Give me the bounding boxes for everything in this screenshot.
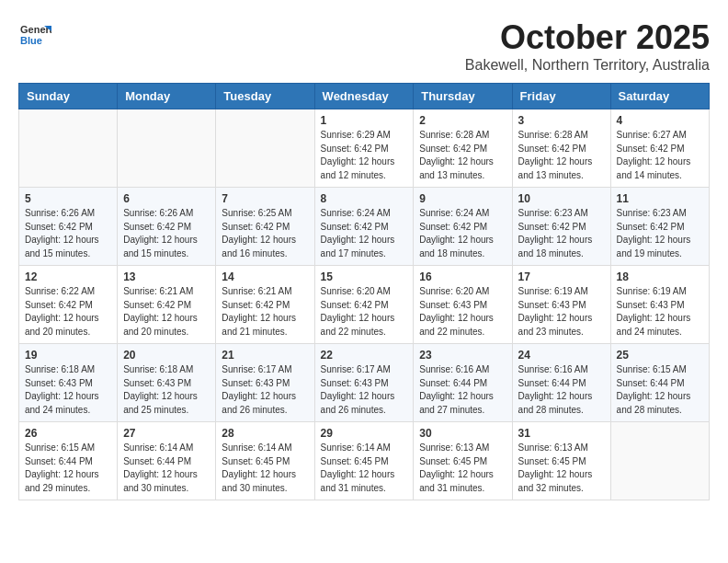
calendar-day-10: 10Sunrise: 6:23 AMSunset: 6:42 PMDayligh… — [512, 188, 610, 266]
day-info: Sunrise: 6:23 AMSunset: 6:42 PMDaylight:… — [518, 207, 605, 260]
day-info: Sunrise: 6:20 AMSunset: 6:43 PMDaylight:… — [419, 285, 506, 339]
calendar-day-8: 8Sunrise: 6:24 AMSunset: 6:42 PMDaylight… — [314, 188, 414, 266]
empty-day-cell — [118, 109, 216, 188]
calendar-day-9: 9Sunrise: 6:24 AMSunset: 6:42 PMDaylight… — [414, 188, 512, 266]
day-info: Sunrise: 6:25 AMSunset: 6:42 PMDaylight:… — [222, 207, 308, 260]
calendar-day-20: 20Sunrise: 6:18 AMSunset: 6:43 PMDayligh… — [118, 344, 216, 422]
weekday-header-saturday: Saturday — [610, 84, 709, 109]
day-number: 24 — [518, 349, 605, 362]
calendar-day-1: 1Sunrise: 6:29 AMSunset: 6:42 PMDaylight… — [314, 109, 414, 188]
location-title: Bakewell, Northern Territory, Australia — [465, 57, 710, 74]
day-info: Sunrise: 6:17 AMSunset: 6:43 PMDaylight:… — [321, 363, 408, 417]
day-info: Sunrise: 6:20 AMSunset: 6:42 PMDaylight:… — [321, 285, 408, 339]
weekday-header-row: SundayMondayTuesdayWednesdayThursdayFrid… — [19, 84, 710, 109]
day-info: Sunrise: 6:23 AMSunset: 6:42 PMDaylight:… — [617, 207, 703, 260]
day-info: Sunrise: 6:21 AMSunset: 6:42 PMDaylight:… — [123, 285, 210, 339]
day-info: Sunrise: 6:18 AMSunset: 6:43 PMDaylight:… — [25, 363, 111, 417]
day-number: 8 — [321, 192, 408, 205]
day-number: 30 — [419, 427, 506, 440]
calendar-day-22: 22Sunrise: 6:17 AMSunset: 6:43 PMDayligh… — [314, 344, 414, 422]
weekday-header-wednesday: Wednesday — [314, 84, 414, 109]
day-number: 21 — [222, 349, 308, 362]
calendar-day-4: 4Sunrise: 6:27 AMSunset: 6:42 PMDaylight… — [610, 109, 709, 188]
day-info: Sunrise: 6:14 AMSunset: 6:45 PMDaylight:… — [222, 442, 308, 495]
calendar-day-21: 21Sunrise: 6:17 AMSunset: 6:43 PMDayligh… — [216, 344, 314, 422]
day-info: Sunrise: 6:26 AMSunset: 6:42 PMDaylight:… — [123, 207, 210, 260]
svg-text:Blue: Blue — [20, 35, 42, 46]
month-title: October 2025 — [465, 18, 710, 57]
calendar-day-15: 15Sunrise: 6:20 AMSunset: 6:42 PMDayligh… — [314, 266, 414, 344]
calendar-day-2: 2Sunrise: 6:28 AMSunset: 6:42 PMDaylight… — [414, 109, 512, 188]
day-info: Sunrise: 6:14 AMSunset: 6:45 PMDaylight:… — [321, 442, 408, 495]
calendar-day-26: 26Sunrise: 6:15 AMSunset: 6:44 PMDayligh… — [19, 422, 118, 500]
day-info: Sunrise: 6:29 AMSunset: 6:42 PMDaylight:… — [321, 129, 408, 182]
day-info: Sunrise: 6:21 AMSunset: 6:42 PMDaylight:… — [222, 285, 308, 339]
day-info: Sunrise: 6:24 AMSunset: 6:42 PMDaylight:… — [419, 207, 506, 260]
calendar-table: SundayMondayTuesdayWednesdayThursdayFrid… — [18, 83, 710, 500]
day-number: 18 — [617, 270, 703, 283]
calendar-day-12: 12Sunrise: 6:22 AMSunset: 6:42 PMDayligh… — [19, 266, 118, 344]
calendar-day-27: 27Sunrise: 6:14 AMSunset: 6:44 PMDayligh… — [118, 422, 216, 500]
day-number: 22 — [321, 349, 408, 362]
day-info: Sunrise: 6:16 AMSunset: 6:44 PMDaylight:… — [518, 363, 605, 417]
day-number: 26 — [25, 427, 111, 440]
calendar-week-row: 1Sunrise: 6:29 AMSunset: 6:42 PMDaylight… — [19, 109, 710, 188]
weekday-header-friday: Friday — [512, 84, 610, 109]
day-number: 3 — [518, 114, 605, 127]
calendar-day-29: 29Sunrise: 6:14 AMSunset: 6:45 PMDayligh… — [314, 422, 414, 500]
calendar-day-23: 23Sunrise: 6:16 AMSunset: 6:44 PMDayligh… — [414, 344, 512, 422]
day-number: 9 — [419, 192, 506, 205]
weekday-header-monday: Monday — [118, 84, 216, 109]
calendar-week-row: 5Sunrise: 6:26 AMSunset: 6:42 PMDaylight… — [19, 188, 710, 266]
day-number: 2 — [419, 114, 506, 127]
day-number: 17 — [518, 270, 605, 283]
weekday-header-thursday: Thursday — [414, 84, 512, 109]
calendar-day-6: 6Sunrise: 6:26 AMSunset: 6:42 PMDaylight… — [118, 188, 216, 266]
day-number: 20 — [123, 349, 210, 362]
day-number: 31 — [518, 427, 605, 440]
logo-icon: General Blue — [18, 18, 51, 52]
day-info: Sunrise: 6:17 AMSunset: 6:43 PMDaylight:… — [222, 363, 308, 417]
day-number: 15 — [321, 270, 408, 283]
day-info: Sunrise: 6:22 AMSunset: 6:42 PMDaylight:… — [25, 285, 111, 339]
day-info: Sunrise: 6:16 AMSunset: 6:44 PMDaylight:… — [419, 363, 506, 417]
day-info: Sunrise: 6:14 AMSunset: 6:44 PMDaylight:… — [123, 442, 210, 495]
calendar-day-7: 7Sunrise: 6:25 AMSunset: 6:42 PMDaylight… — [216, 188, 314, 266]
calendar-day-19: 19Sunrise: 6:18 AMSunset: 6:43 PMDayligh… — [19, 344, 118, 422]
calendar-day-18: 18Sunrise: 6:19 AMSunset: 6:43 PMDayligh… — [610, 266, 709, 344]
day-info: Sunrise: 6:18 AMSunset: 6:43 PMDaylight:… — [123, 363, 210, 417]
day-number: 25 — [617, 349, 703, 362]
calendar-week-row: 12Sunrise: 6:22 AMSunset: 6:42 PMDayligh… — [19, 266, 710, 344]
calendar-day-11: 11Sunrise: 6:23 AMSunset: 6:42 PMDayligh… — [610, 188, 709, 266]
calendar-day-3: 3Sunrise: 6:28 AMSunset: 6:42 PMDaylight… — [512, 109, 610, 188]
day-info: Sunrise: 6:19 AMSunset: 6:43 PMDaylight:… — [518, 285, 605, 339]
empty-day-cell — [19, 109, 118, 188]
calendar-day-28: 28Sunrise: 6:14 AMSunset: 6:45 PMDayligh… — [216, 422, 314, 500]
day-info: Sunrise: 6:19 AMSunset: 6:43 PMDaylight:… — [617, 285, 703, 339]
calendar-week-row: 19Sunrise: 6:18 AMSunset: 6:43 PMDayligh… — [19, 344, 710, 422]
day-number: 29 — [321, 427, 408, 440]
logo: General Blue — [18, 18, 55, 52]
calendar-week-row: 26Sunrise: 6:15 AMSunset: 6:44 PMDayligh… — [19, 422, 710, 500]
day-info: Sunrise: 6:28 AMSunset: 6:42 PMDaylight:… — [419, 129, 506, 182]
day-number: 16 — [419, 270, 506, 283]
day-number: 13 — [123, 270, 210, 283]
calendar-day-13: 13Sunrise: 6:21 AMSunset: 6:42 PMDayligh… — [118, 266, 216, 344]
title-area: October 2025 Bakewell, Northern Territor… — [465, 18, 710, 74]
calendar-day-5: 5Sunrise: 6:26 AMSunset: 6:42 PMDaylight… — [19, 188, 118, 266]
calendar-day-25: 25Sunrise: 6:15 AMSunset: 6:44 PMDayligh… — [610, 344, 709, 422]
day-info: Sunrise: 6:15 AMSunset: 6:44 PMDaylight:… — [617, 363, 703, 417]
day-number: 27 — [123, 427, 210, 440]
day-number: 4 — [617, 114, 703, 127]
weekday-header-tuesday: Tuesday — [216, 84, 314, 109]
calendar-day-31: 31Sunrise: 6:13 AMSunset: 6:45 PMDayligh… — [512, 422, 610, 500]
empty-day-cell — [610, 422, 709, 500]
day-number: 7 — [222, 192, 308, 205]
day-number: 6 — [123, 192, 210, 205]
day-number: 28 — [222, 427, 308, 440]
day-number: 12 — [25, 270, 111, 283]
calendar-day-17: 17Sunrise: 6:19 AMSunset: 6:43 PMDayligh… — [512, 266, 610, 344]
day-number: 10 — [518, 192, 605, 205]
day-info: Sunrise: 6:26 AMSunset: 6:42 PMDaylight:… — [25, 207, 111, 260]
calendar-day-16: 16Sunrise: 6:20 AMSunset: 6:43 PMDayligh… — [414, 266, 512, 344]
